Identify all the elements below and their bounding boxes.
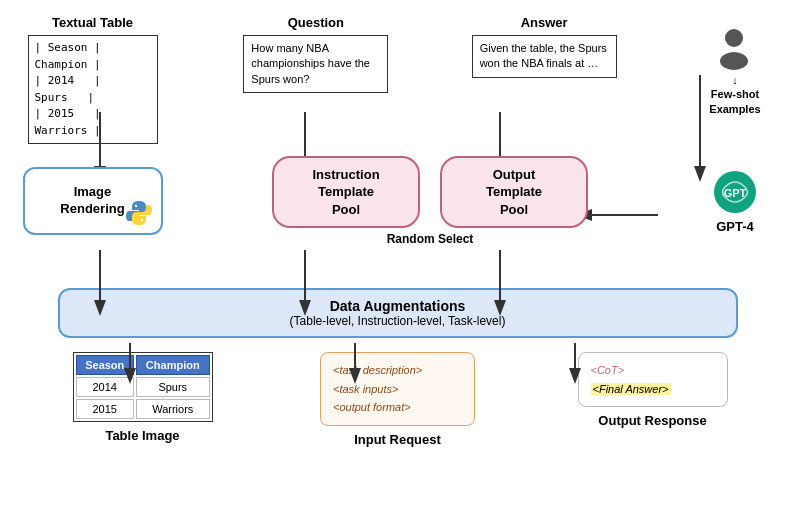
svg-point-12 — [720, 52, 748, 70]
svg-point-14 — [140, 219, 142, 221]
svg-text:GPT: GPT — [724, 187, 747, 199]
question-label: Question — [288, 15, 344, 30]
answer-block: Answer Given the table, the Spurs won th… — [462, 15, 627, 78]
few-shot-text: Few-shotExamples — [709, 88, 760, 114]
output-response-item: <CoT> <Final Answer> Output Response — [558, 352, 748, 428]
output-template-pool: Output Template Pool — [440, 156, 588, 228]
output-response-label: Output Response — [598, 413, 706, 428]
image-rendering-box: ImageRendering — [23, 167, 163, 235]
textual-table-content: | Season | Champion | | 2014 | Spurs | |… — [28, 35, 158, 144]
person-block: ↓ Few-shotExamples — [690, 25, 780, 116]
tag-output-format: <output format> — [333, 401, 411, 413]
middle-row: ImageRendering Instruction Template Pool — [15, 156, 780, 246]
middle-section: ImageRendering Instruction Template Pool — [15, 156, 780, 246]
table-row-2015: | 2015 | Warriors | — [35, 107, 101, 137]
instruction-template-pool: Instruction Template Pool — [272, 156, 420, 228]
col-season: Season — [76, 355, 135, 375]
cell-spurs: Spurs — [136, 377, 210, 397]
few-shot-label: ↓ Few-shotExamples — [709, 73, 760, 116]
input-request-item: <task description> <task inputs> <output… — [303, 352, 493, 447]
gpt4-label: GPT-4 — [716, 219, 754, 234]
python-icon — [125, 199, 153, 227]
data-aug-box: Data Augmentations (Table-level, Instruc… — [58, 288, 738, 338]
person-icon — [712, 25, 757, 70]
table-image-table: Season Champion 2014 Spurs 2015 Warriors — [73, 352, 213, 422]
tag-cot: <CoT> — [591, 364, 625, 376]
image-rendering-wrapper: ImageRendering — [15, 167, 170, 235]
gpt4-icon: GPT — [712, 169, 758, 215]
instruction-pool-label: Instruction Template Pool — [312, 166, 379, 219]
svg-point-13 — [134, 205, 136, 207]
template-pools-row: Instruction Template Pool Output Templat… — [272, 156, 588, 228]
question-text: How many NBA championships have the Spur… — [251, 42, 370, 85]
cell-warriors: Warriors — [136, 399, 210, 419]
answer-text-box: Given the table, the Spurs won the NBA f… — [472, 35, 617, 78]
answer-label: Answer — [521, 15, 568, 30]
output-pool-label: Output Template Pool — [486, 166, 542, 219]
cell-2015: 2015 — [76, 399, 135, 419]
main-diagram: Textual Table | Season | Champion | | 20… — [0, 0, 795, 531]
textual-table-block: Textual Table | Season | Champion | | 20… — [15, 15, 170, 144]
table-row: 2015 Warriors — [76, 399, 210, 419]
table-row-2014: | 2014 | Spurs | — [35, 74, 114, 104]
top-row: Textual Table | Season | Champion | | 20… — [15, 15, 780, 144]
input-request-label: Input Request — [354, 432, 441, 447]
tag-final-answer: <Final Answer> — [591, 383, 671, 395]
table-image-item: Season Champion 2014 Spurs 2015 Warriors… — [48, 352, 238, 443]
random-select-label: Random Select — [387, 232, 474, 246]
svg-point-11 — [725, 29, 743, 47]
table-row: 2014 Spurs — [76, 377, 210, 397]
textual-table-label: Textual Table — [52, 15, 133, 30]
answer-text: Given the table, the Spurs won the NBA f… — [480, 42, 607, 69]
output-response-box: <CoT> <Final Answer> — [578, 352, 728, 407]
bottom-row: Season Champion 2014 Spurs 2015 Warriors… — [15, 352, 780, 447]
template-pools-wrapper: Instruction Template Pool Output Templat… — [255, 156, 605, 246]
gpt4-block: GPT GPT-4 — [690, 169, 780, 234]
table-row-header: | Season | Champion | — [35, 41, 101, 71]
table-image-label: Table Image — [105, 428, 179, 443]
cell-2014: 2014 — [76, 377, 135, 397]
tag-task-desc: <task description> — [333, 364, 422, 376]
few-shot-down-arrow: ↓ — [732, 74, 738, 86]
tag-task-inputs: <task inputs> — [333, 383, 398, 395]
image-rendering-label: ImageRendering — [60, 184, 124, 218]
question-text-box: How many NBA championships have the Spur… — [243, 35, 388, 93]
data-aug-subtitle: (Table-level, Instruction-level, Task-le… — [72, 314, 724, 328]
input-request-box: <task description> <task inputs> <output… — [320, 352, 475, 426]
question-block: Question How many NBA championships have… — [233, 15, 398, 93]
data-aug-title: Data Augmentations — [72, 298, 724, 314]
col-champion: Champion — [136, 355, 210, 375]
